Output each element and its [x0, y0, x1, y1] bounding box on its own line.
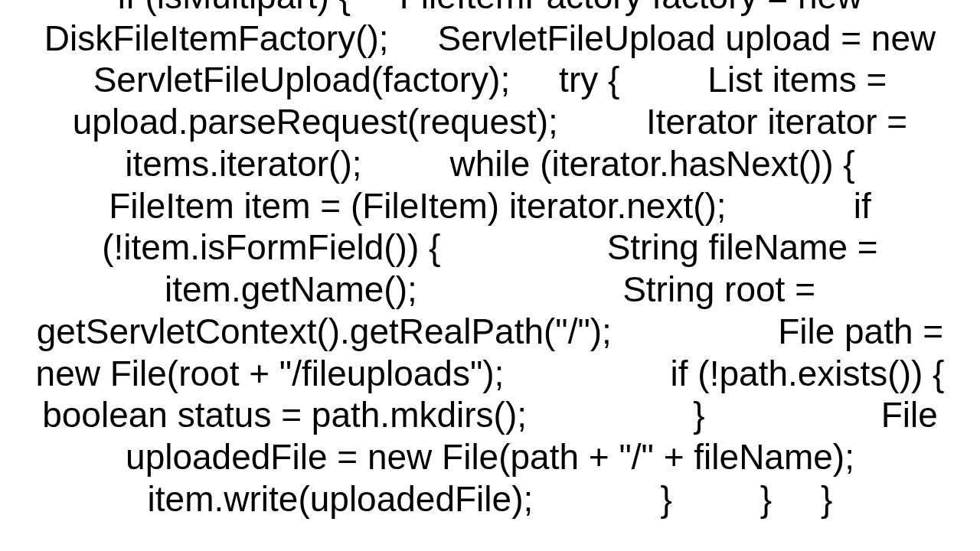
code-snippet: if (isMultipart) { FileItemFactory facto…: [0, 0, 980, 520]
